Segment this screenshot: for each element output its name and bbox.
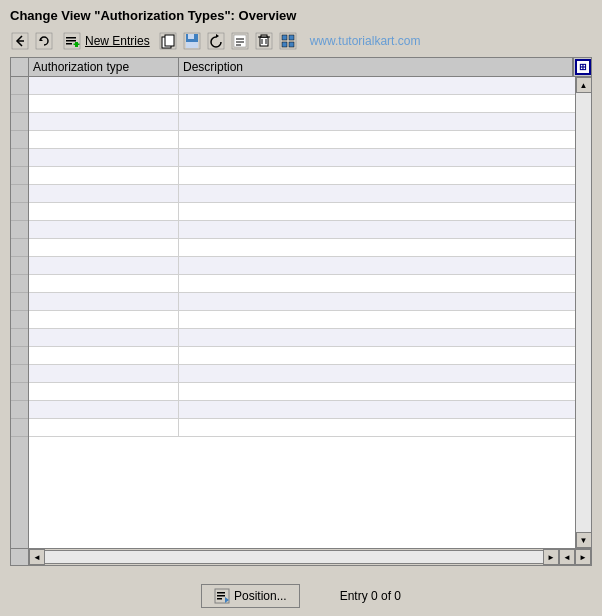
scroll-up-button[interactable]: ▲ — [576, 77, 592, 93]
cell-description-8[interactable] — [179, 203, 575, 220]
cell-description-18[interactable] — [179, 383, 575, 400]
cell-auth-type-16[interactable] — [29, 347, 179, 364]
table-header: Authorization type Description ⊞ — [11, 58, 591, 77]
cell-auth-type-15[interactable] — [29, 329, 179, 346]
cell-auth-type-1[interactable] — [29, 77, 179, 94]
cell-description-6[interactable] — [179, 167, 575, 184]
cell-auth-type-14[interactable] — [29, 311, 179, 328]
undo-icon[interactable] — [206, 31, 226, 51]
save-icon[interactable] — [182, 31, 202, 51]
row-num-9 — [11, 221, 28, 239]
cell-description-20[interactable] — [179, 419, 575, 436]
table-row[interactable] — [29, 185, 575, 203]
table-row[interactable] — [29, 347, 575, 365]
cell-description-2[interactable] — [179, 95, 575, 112]
cell-auth-type-17[interactable] — [29, 365, 179, 382]
new-entries-button[interactable]: New Entries — [62, 31, 150, 51]
cell-auth-type-20[interactable] — [29, 419, 179, 436]
cell-auth-type-19[interactable] — [29, 401, 179, 418]
table-row[interactable] — [29, 203, 575, 221]
cell-description-1[interactable] — [179, 77, 575, 94]
table-row[interactable] — [29, 419, 575, 437]
cell-auth-type-18[interactable] — [29, 383, 179, 400]
col-header-description: Description — [179, 58, 573, 76]
delete-icon[interactable] — [254, 31, 274, 51]
new-entries-label[interactable]: New Entries — [85, 34, 150, 48]
table-row[interactable] — [29, 329, 575, 347]
svg-rect-30 — [282, 35, 287, 40]
table-row[interactable] — [29, 383, 575, 401]
watermark-text: www.tutorialkart.com — [310, 34, 421, 48]
cell-auth-type-10[interactable] — [29, 239, 179, 256]
row-num-4 — [11, 131, 28, 149]
table-row[interactable] — [29, 293, 575, 311]
scroll-left-button[interactable]: ◄ — [29, 549, 45, 565]
table-row[interactable] — [29, 275, 575, 293]
cell-auth-type-4[interactable] — [29, 131, 179, 148]
cell-description-14[interactable] — [179, 311, 575, 328]
cell-description-3[interactable] — [179, 113, 575, 130]
row-num-13 — [11, 293, 28, 311]
expand-columns-button[interactable]: ⊞ — [573, 58, 591, 76]
cell-description-5[interactable] — [179, 149, 575, 166]
cell-description-13[interactable] — [179, 293, 575, 310]
cell-auth-type-8[interactable] — [29, 203, 179, 220]
svg-rect-28 — [261, 35, 267, 37]
toolbar: New Entries — [0, 27, 602, 57]
refresh-icon[interactable] — [34, 31, 54, 51]
table-row[interactable] — [29, 77, 575, 95]
cell-description-16[interactable] — [179, 347, 575, 364]
horizontal-scrollbar[interactable]: ◄ ► — [29, 549, 559, 565]
main-window: Change View "Authorization Types": Overv… — [0, 0, 602, 616]
row-num-15 — [11, 329, 28, 347]
row-num-17 — [11, 365, 28, 383]
table-row[interactable] — [29, 239, 575, 257]
cell-auth-type-2[interactable] — [29, 95, 179, 112]
cell-description-7[interactable] — [179, 185, 575, 202]
cell-auth-type-7[interactable] — [29, 185, 179, 202]
table-body — [29, 77, 575, 548]
table-row[interactable] — [29, 131, 575, 149]
cell-auth-type-6[interactable] — [29, 167, 179, 184]
cell-description-9[interactable] — [179, 221, 575, 238]
scroll-down-button[interactable]: ▼ — [576, 532, 592, 548]
cell-description-19[interactable] — [179, 401, 575, 418]
footer: Position... Entry 0 of 0 — [0, 576, 602, 616]
scroll-track[interactable] — [576, 93, 591, 532]
cell-description-17[interactable] — [179, 365, 575, 382]
cell-auth-type-3[interactable] — [29, 113, 179, 130]
detail-icon[interactable] — [230, 31, 250, 51]
cell-description-12[interactable] — [179, 275, 575, 292]
table-row[interactable] — [29, 221, 575, 239]
hscroll-right: ◄ ► — [559, 549, 591, 565]
new-entries-icon — [62, 31, 82, 51]
cell-auth-type-9[interactable] — [29, 221, 179, 238]
cell-auth-type-12[interactable] — [29, 275, 179, 292]
vertical-scrollbar[interactable]: ▲ ▼ — [575, 77, 591, 548]
back-icon[interactable] — [10, 31, 30, 51]
table-row[interactable] — [29, 365, 575, 383]
table-row[interactable] — [29, 149, 575, 167]
cell-auth-type-5[interactable] — [29, 149, 179, 166]
table-row[interactable] — [29, 311, 575, 329]
cell-description-10[interactable] — [179, 239, 575, 256]
table-row[interactable] — [29, 257, 575, 275]
row-num-7 — [11, 185, 28, 203]
table-row[interactable] — [29, 401, 575, 419]
hscroll-track[interactable] — [45, 550, 543, 564]
cell-description-15[interactable] — [179, 329, 575, 346]
table-row[interactable] — [29, 95, 575, 113]
position-button[interactable]: Position... — [201, 584, 300, 608]
cell-auth-type-11[interactable] — [29, 257, 179, 274]
scroll-right-2-button[interactable]: ◄ — [559, 549, 575, 565]
cell-auth-type-13[interactable] — [29, 293, 179, 310]
table-row[interactable] — [29, 167, 575, 185]
select-all-icon[interactable] — [278, 31, 298, 51]
cell-description-11[interactable] — [179, 257, 575, 274]
scroll-right-3-button[interactable]: ► — [575, 549, 591, 565]
table-row[interactable] — [29, 113, 575, 131]
scroll-right-button[interactable]: ► — [543, 549, 559, 565]
copy-icon[interactable] — [158, 31, 178, 51]
cell-description-4[interactable] — [179, 131, 575, 148]
title-bar: Change View "Authorization Types": Overv… — [0, 0, 602, 27]
